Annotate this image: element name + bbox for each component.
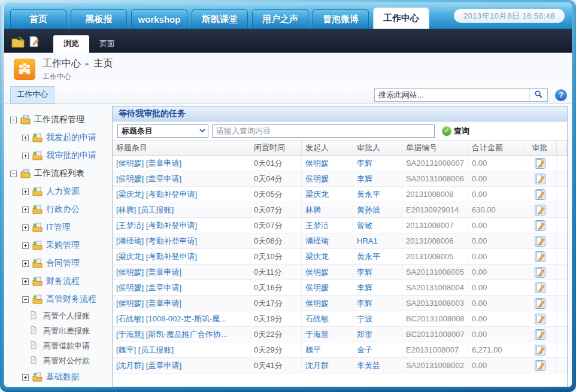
approve-edit-icon[interactable] xyxy=(535,282,545,293)
sidebar-tree-item[interactable]: 高管对公付款 xyxy=(5,353,112,368)
task-title-link[interactable]: [王梦洁] [考勤补登申请] xyxy=(113,218,250,233)
breadcrumb-site[interactable]: 工作中心 xyxy=(43,57,81,70)
idle-time-cell: 0天11分 xyxy=(250,265,302,279)
tree-toggle-icon[interactable] xyxy=(22,206,29,213)
filter-query-input[interactable] xyxy=(212,124,435,138)
row-filler xyxy=(557,358,567,373)
tab-work-center[interactable]: 工作中心 xyxy=(10,86,54,104)
doc-number-cell: SA20131008002 xyxy=(402,358,468,373)
doc-number-cell: 20131008006 xyxy=(402,233,468,248)
task-title-link[interactable]: [梁庆龙] [考勤补登申请] xyxy=(113,187,250,202)
idle-time-cell: 0天01分 xyxy=(250,156,302,171)
tree-toggle-icon[interactable] xyxy=(22,153,29,159)
query-button[interactable]: ✓ 查询 xyxy=(442,126,469,136)
task-title-link[interactable]: [石战敏] [1008-002-定-斯凯-魔... xyxy=(113,311,250,326)
sidebar-tree-item[interactable]: 行政办公 xyxy=(5,200,112,218)
nav-tab[interactable]: 首页 xyxy=(10,9,66,29)
approve-edit-icon[interactable] xyxy=(535,329,545,340)
sidebar-tree-item[interactable]: 基础数据 xyxy=(5,368,112,386)
nav-tab[interactable]: 斯凯课堂 xyxy=(192,9,248,29)
amount-cell: 0.00 xyxy=(468,218,523,233)
nav-tab-label: workshop xyxy=(138,14,181,25)
tree-toggle-icon[interactable] xyxy=(10,117,17,123)
site-actions-folder-icon[interactable] xyxy=(11,36,25,48)
task-title-link[interactable]: [侯明媛] [盖章申请] xyxy=(113,171,250,186)
sidebar-tree-item[interactable]: 我审批的申请 xyxy=(5,147,112,165)
initiator-cell: 于海慧 xyxy=(302,327,353,342)
sidebar-tree-item[interactable]: 工作流程列表 xyxy=(5,165,112,183)
ribbon-tab-page[interactable]: 页面 xyxy=(89,35,125,53)
approve-edit-icon[interactable] xyxy=(535,189,545,200)
search-box xyxy=(374,88,548,102)
tree-toggle-icon[interactable] xyxy=(10,171,17,177)
ribbon-tab-browse[interactable]: 浏览 xyxy=(53,35,89,53)
site-logo-icon[interactable] xyxy=(14,59,35,80)
approve-edit-icon[interactable] xyxy=(535,205,545,215)
nav-tab[interactable]: 冒泡微博 xyxy=(313,9,369,29)
task-title-link[interactable]: [潘瑾瑜] [考勤补登申请] xyxy=(113,233,250,248)
sidebar-tree-item[interactable]: 工作流程管理 xyxy=(5,111,112,129)
approve-edit-icon[interactable] xyxy=(535,251,545,262)
sidebar-tree-item[interactable]: 高管财务流程 xyxy=(5,290,112,308)
tree-toggle-icon[interactable] xyxy=(22,242,29,249)
sidebar-tree-item[interactable]: 财务流程 xyxy=(5,272,112,290)
approve-edit-icon[interactable] xyxy=(535,360,545,371)
tree-toggle-icon[interactable] xyxy=(22,278,29,285)
approve-edit-icon[interactable] xyxy=(535,236,545,247)
approver-cell: 李辉 xyxy=(353,296,402,311)
sidebar-tree-item[interactable]: IT管理 xyxy=(5,218,112,236)
table-row: [潘瑾瑜] [考勤补登申请] 0天08分 潘瑾瑜 HRA1 2013100800… xyxy=(113,233,567,249)
sidebar-tree-item[interactable]: 高管出差报账 xyxy=(5,323,112,338)
nav-tab[interactable]: 黑板报 xyxy=(71,9,127,29)
tree-toggle-icon[interactable] xyxy=(22,260,29,267)
task-title-link[interactable]: [侯明媛] [盖章申请] xyxy=(113,296,250,311)
tree-toggle-icon[interactable] xyxy=(22,374,29,381)
sidebar-tree-item[interactable]: 我发起的申请 xyxy=(5,129,112,147)
approve-edit-icon[interactable] xyxy=(535,158,545,169)
tree-toggle-icon[interactable] xyxy=(22,135,29,141)
approve-edit-icon[interactable] xyxy=(535,298,545,309)
approve-edit-icon[interactable] xyxy=(535,345,545,355)
idle-time-cell: 0天08分 xyxy=(250,233,302,248)
task-title-link[interactable]: [林腾] [员工报账] xyxy=(113,202,250,217)
nav-tab[interactable]: 用户之声 xyxy=(252,9,308,29)
sidebar-tree-item[interactable]: 高管借款申请 xyxy=(5,338,112,353)
filter-field-select[interactable]: 标题条目 xyxy=(117,124,208,138)
tree-toggle-icon[interactable] xyxy=(22,224,29,231)
tree-item-label: 高管财务流程 xyxy=(46,294,96,305)
approve-cell xyxy=(523,342,557,357)
task-title-link[interactable]: [魏平] [员工报账] xyxy=(113,342,250,357)
task-title-link[interactable]: [侯明媛] [盖章申请] xyxy=(113,265,250,279)
nav-tab[interactable]: 工作中心 xyxy=(373,7,429,29)
tree-item-label: 人力资源 xyxy=(46,186,80,197)
tree-toggle-icon[interactable] xyxy=(22,189,29,195)
tree-item-label: 采购管理 xyxy=(46,240,80,251)
initiator-cell: 魏平 xyxy=(302,342,353,357)
help-icon[interactable]: ? xyxy=(555,89,567,101)
approve-edit-icon[interactable] xyxy=(535,174,545,184)
approve-edit-icon[interactable] xyxy=(535,220,545,231)
search-button[interactable] xyxy=(529,89,547,101)
sidebar-tree-item[interactable]: 人力资源 xyxy=(5,183,112,200)
sidebar-tree-item[interactable]: 采购管理 xyxy=(5,236,112,254)
site-subtitle: 工作中心 xyxy=(43,72,113,82)
sidebar-tree-item[interactable]: 合同管理 xyxy=(5,254,112,272)
task-title-link[interactable]: [侯明媛] [盖章申请] xyxy=(113,280,250,295)
sidebar-tree-item[interactable]: 高管个人报账 xyxy=(5,308,112,323)
initiator-cell: 侯明媛 xyxy=(302,296,353,311)
tree-item-label: 高管个人报账 xyxy=(43,311,90,321)
edit-page-icon[interactable] xyxy=(28,36,41,48)
initiator-cell: 侯明媛 xyxy=(302,265,353,279)
tree-toggle-icon[interactable] xyxy=(22,296,29,303)
approve-edit-icon[interactable] xyxy=(535,314,545,324)
task-title-link[interactable]: [于海慧] [斯凯-魔品推广合作协... xyxy=(113,327,250,342)
column-header: 审批 xyxy=(523,141,557,155)
nav-tab[interactable]: workshop xyxy=(131,9,187,29)
table-row: [沈月群] [盖章申请] 0天41分 沈月群 李黄芸 SA20131008002… xyxy=(113,358,567,373)
task-title-link[interactable]: [沈月群] [盖章申请] xyxy=(113,358,250,373)
site-search-input[interactable] xyxy=(375,89,529,101)
task-title-link[interactable]: [侯明媛] [盖章申请] xyxy=(113,156,250,171)
task-title-link[interactable]: [梁庆龙] [考勤补登申请] xyxy=(113,249,250,264)
approve-edit-icon[interactable] xyxy=(535,267,545,278)
document-icon xyxy=(29,311,40,321)
